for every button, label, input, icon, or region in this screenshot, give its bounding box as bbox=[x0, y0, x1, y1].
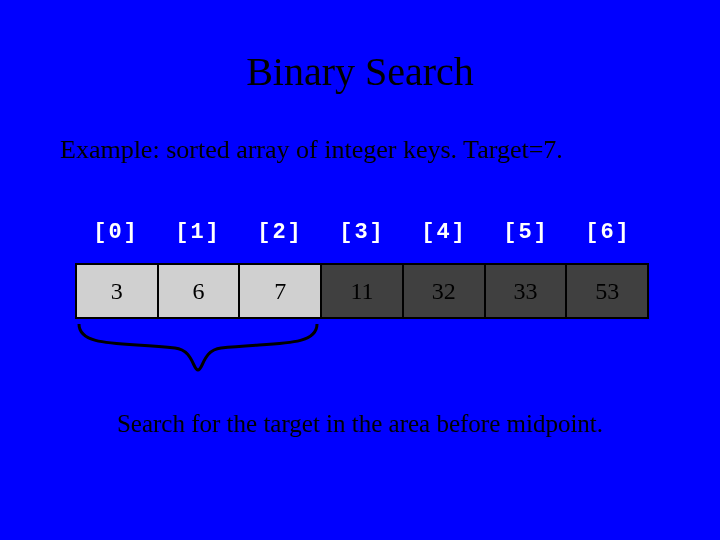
index-label: [6] bbox=[567, 220, 649, 245]
brace-icon bbox=[75, 320, 321, 380]
slide-title: Binary Search bbox=[0, 0, 720, 95]
array-cell: 11 bbox=[321, 265, 403, 317]
array-cell: 6 bbox=[158, 265, 240, 317]
index-label: [0] bbox=[75, 220, 157, 245]
array-cell: 3 bbox=[76, 265, 158, 317]
index-label: [2] bbox=[239, 220, 321, 245]
index-label: [3] bbox=[321, 220, 403, 245]
slide-subtitle: Example: sorted array of integer keys. T… bbox=[0, 95, 720, 165]
array-diagram: [0] [1] [2] [3] [4] [5] [6] 3 6 7 11 32 … bbox=[75, 220, 649, 319]
index-label: [1] bbox=[157, 220, 239, 245]
array-cell: 7 bbox=[239, 265, 321, 317]
index-label: [4] bbox=[403, 220, 485, 245]
array-cell: 32 bbox=[403, 265, 485, 317]
slide-caption: Search for the target in the area before… bbox=[0, 410, 720, 438]
array-cell: 33 bbox=[485, 265, 567, 317]
index-row: [0] [1] [2] [3] [4] [5] [6] bbox=[75, 220, 649, 245]
index-label: [5] bbox=[485, 220, 567, 245]
value-row: 3 6 7 11 32 33 53 bbox=[75, 263, 649, 319]
array-cell: 53 bbox=[566, 265, 648, 317]
